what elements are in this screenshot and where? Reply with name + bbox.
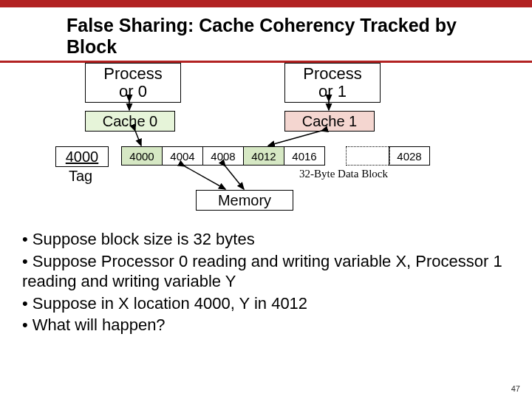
cell-4012: 4012 [243,146,284,166]
page-title: False Sharing: Cache Coherency Tracked b… [66,15,510,58]
cache-0-box: Cache 0 [85,111,175,132]
bullet-text: Suppose Processor 0 reading and writing … [22,252,502,291]
svg-line-4 [185,166,225,189]
cell-4016: 4016 [284,146,325,166]
bullet-item: • Suppose Processor 0 reading and writin… [22,251,510,292]
bullet-item: • Suppose in X location 4000, Y in 4012 [22,293,510,314]
svg-line-5 [225,166,244,189]
bullet-text: What will happen? [33,316,166,334]
processor-1-box: Processor 1 [284,63,381,103]
tag-label: Tag [69,168,92,185]
header: False Sharing: Cache Coherency Tracked b… [66,15,510,58]
bullet-item: • What will happen? [22,315,510,335]
cell-4000: 4000 [121,146,163,166]
bullet-text: Suppose in X location 4000, Y in 4012 [33,294,307,313]
bullet-text: Suppose block size is 32 bytes [33,230,255,248]
diagram-area: Processor 0 Processor 1 Cache 0 Cache 1 … [55,63,502,211]
cell-4028: 4028 [389,146,430,166]
svg-line-3 [268,131,321,146]
block-size-label: 32-Byte Data Block [299,168,388,180]
accent-bar-top [0,0,532,7]
page-number: 47 [511,384,520,393]
cell-4008: 4008 [202,146,244,166]
tag-value: 4000 [55,146,109,167]
cache-1-box: Cache 1 [284,111,375,132]
ellipsis-cells [346,146,390,166]
memory-block-row: 4000 4004 4008 4012 4016 [122,146,325,166]
cell-4004: 4004 [162,146,203,166]
bullet-item: • Suppose block size is 32 bytes [22,229,510,250]
svg-line-2 [135,131,141,146]
processor-0-box: Processor 0 [85,63,181,103]
bullets: • Suppose block size is 32 bytes • Suppo… [22,229,510,337]
memory-box: Memory [196,190,293,211]
